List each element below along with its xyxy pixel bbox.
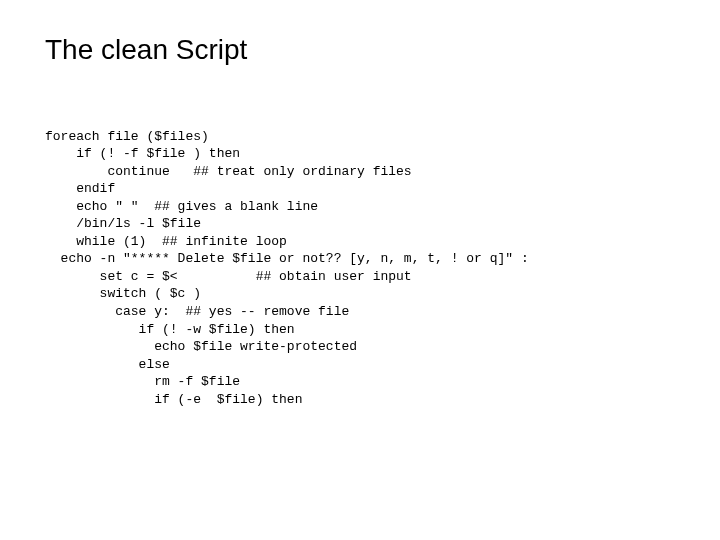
code-line: rm -f $file xyxy=(45,374,240,389)
code-line: echo " " ## gives a blank line xyxy=(45,199,318,214)
page-title: The clean Script xyxy=(45,34,675,66)
code-line: endif xyxy=(45,181,115,196)
code-line: echo $file write-protected xyxy=(45,339,357,354)
code-line: set c = $< ## obtain user input xyxy=(45,269,412,284)
code-line: if (-e $file) then xyxy=(45,392,302,407)
code-line: continue ## treat only ordinary files xyxy=(45,164,412,179)
code-line: else xyxy=(45,357,170,372)
code-line: switch ( $c ) xyxy=(45,286,201,301)
code-line: while (1) ## infinite loop xyxy=(45,234,287,249)
code-line: if (! -w $file) then xyxy=(45,322,295,337)
code-line: foreach file ($files) xyxy=(45,129,209,144)
code-line: /bin/ls -l $file xyxy=(45,216,201,231)
code-line: echo -n "***** Delete $file or not?? [y,… xyxy=(45,251,529,266)
code-line: if (! -f $file ) then xyxy=(45,146,240,161)
code-block: foreach file ($files) if (! -f $file ) t… xyxy=(45,110,675,426)
slide: The clean Script foreach file ($files) i… xyxy=(0,0,720,540)
code-line: case y: ## yes -- remove file xyxy=(45,304,349,319)
